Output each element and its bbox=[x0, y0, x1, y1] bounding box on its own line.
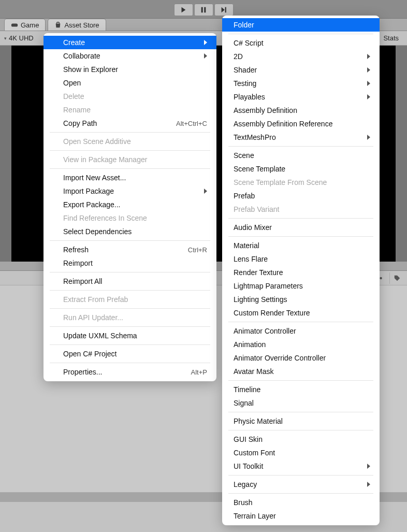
create-menu-item[interactable]: Avatar Mask bbox=[222, 365, 380, 378]
project-menu-item[interactable]: Show in Explorer bbox=[43, 63, 216, 76]
create-menu-item[interactable]: Custom Render Texture bbox=[222, 306, 380, 320]
create-menu-item[interactable]: UI Toolkit bbox=[222, 459, 380, 473]
menu-item-label: 2D bbox=[234, 52, 243, 61]
create-menu-item[interactable]: Animator Controller bbox=[222, 324, 380, 338]
menu-item-label: Scene bbox=[234, 151, 254, 160]
project-menu-item: Rename bbox=[43, 103, 216, 117]
tab-game[interactable]: Game bbox=[4, 19, 46, 31]
menu-shortcut: Alt+Ctrl+C bbox=[176, 120, 207, 127]
create-menu-item[interactable]: Shader bbox=[222, 63, 380, 77]
create-menu-item[interactable]: Render Texture bbox=[222, 266, 380, 279]
create-menu-item[interactable]: Assembly Definition bbox=[222, 104, 380, 117]
menu-item-label: Animator Controller bbox=[234, 327, 296, 335]
menu-item-label: Reimport All bbox=[63, 277, 102, 285]
project-menu-item[interactable]: Export Package... bbox=[43, 198, 216, 211]
project-menu-item[interactable]: Reimport All bbox=[43, 275, 216, 288]
step-button[interactable] bbox=[214, 4, 234, 16]
menu-item-label: Scene Template From Scene bbox=[234, 178, 327, 186]
menu-item-label: Animation bbox=[234, 340, 266, 349]
project-menu-item[interactable]: RefreshCtrl+R bbox=[43, 243, 216, 256]
menu-item-label: Lighting Settings bbox=[234, 295, 287, 304]
create-menu-item[interactable]: Lighting Settings bbox=[222, 293, 380, 306]
create-menu-item[interactable]: Timeline bbox=[222, 383, 380, 396]
project-menu-item[interactable]: Copy PathAlt+Ctrl+C bbox=[43, 117, 216, 130]
separator bbox=[228, 322, 373, 322]
create-menu-item[interactable]: Folder bbox=[222, 18, 380, 32]
menu-item-label: Show in Explorer bbox=[63, 65, 118, 74]
menu-item-label: Create bbox=[63, 38, 85, 47]
separator bbox=[50, 326, 210, 327]
project-menu-item[interactable]: Properties...Alt+P bbox=[43, 365, 216, 379]
create-menu-item[interactable]: Prefab bbox=[222, 189, 380, 203]
pause-button[interactable] bbox=[194, 4, 213, 16]
create-menu-item[interactable]: Animator Override Controller bbox=[222, 351, 380, 365]
project-menu-item[interactable]: Import New Asset... bbox=[43, 171, 216, 184]
separator bbox=[228, 218, 373, 219]
create-menu-item[interactable]: Material bbox=[222, 239, 380, 252]
menu-item-label: Render Texture bbox=[234, 268, 283, 277]
separator bbox=[50, 150, 210, 151]
create-menu-item[interactable]: Lens Flare bbox=[222, 252, 380, 266]
create-menu-item[interactable]: Scene Template bbox=[222, 162, 380, 176]
svg-rect-1 bbox=[201, 7, 203, 12]
chevron-right-icon bbox=[367, 67, 370, 73]
create-menu-item[interactable]: Signal bbox=[222, 396, 380, 410]
tab-assetstore[interactable]: Asset Store bbox=[48, 19, 106, 31]
create-menu-item[interactable]: Animation bbox=[222, 338, 380, 351]
project-menu-item[interactable]: Reimport bbox=[43, 256, 216, 270]
menu-item-label: Select Dependencies bbox=[63, 227, 132, 236]
chevron-right-icon bbox=[367, 135, 370, 140]
menu-item-label: Legacy bbox=[234, 480, 257, 488]
create-menu-item[interactable]: TextMeshPro bbox=[222, 131, 380, 144]
project-menu-item[interactable]: Update UXML Schema bbox=[43, 329, 216, 342]
context-menu-project[interactable]: CreateCollaborateShow in ExplorerOpenDel… bbox=[43, 33, 216, 381]
play-button[interactable] bbox=[174, 4, 193, 16]
menu-item-label: Scene Template bbox=[234, 165, 285, 173]
context-menu-create[interactable]: FolderC# Script2DShaderTestingPlayablesA… bbox=[222, 16, 380, 525]
project-menu-item[interactable]: Import Package bbox=[43, 184, 216, 198]
create-menu-item[interactable]: C# Script bbox=[222, 36, 380, 50]
menu-item-label: Import New Asset... bbox=[63, 174, 126, 182]
chevron-right-icon bbox=[367, 482, 370, 487]
gamepad-icon bbox=[11, 21, 18, 28]
separator bbox=[50, 363, 210, 363]
create-menu-item[interactable]: Custom Font bbox=[222, 446, 380, 459]
create-menu-item[interactable]: Scene bbox=[222, 149, 380, 162]
separator bbox=[228, 475, 373, 476]
create-menu-item[interactable]: GUI Skin bbox=[222, 433, 380, 446]
project-menu-item[interactable]: Open C# Project bbox=[43, 347, 216, 361]
create-menu-item[interactable]: Terrain Layer bbox=[222, 509, 380, 523]
create-menu-item[interactable]: Lightmap Parameters bbox=[222, 279, 380, 293]
project-menu-item[interactable]: Collaborate bbox=[43, 49, 216, 63]
chevron-right-icon bbox=[367, 54, 370, 59]
menu-item-label: UI Toolkit bbox=[234, 462, 263, 470]
project-menu-item[interactable]: Create bbox=[43, 36, 216, 49]
tag-icon[interactable] bbox=[389, 272, 404, 284]
resolution-dropdown[interactable]: 4K UHD bbox=[9, 34, 34, 42]
create-menu-item[interactable]: Playables bbox=[222, 90, 380, 104]
create-menu-item[interactable]: Brush bbox=[222, 496, 380, 509]
separator bbox=[50, 290, 210, 291]
separator bbox=[50, 132, 210, 133]
stats-button[interactable]: Stats bbox=[379, 33, 403, 43]
menu-item-label: Folder bbox=[234, 21, 254, 29]
menu-item-label: Update UXML Schema bbox=[63, 332, 137, 340]
menu-item-label: Animator Override Controller bbox=[234, 354, 326, 362]
project-menu-item[interactable]: Open bbox=[43, 76, 216, 90]
create-menu-item: Prefab Variant bbox=[222, 203, 380, 216]
separator bbox=[228, 430, 373, 430]
create-menu-item[interactable]: Legacy bbox=[222, 478, 380, 491]
svg-point-7 bbox=[380, 277, 382, 279]
menu-item-label: Rename bbox=[63, 106, 91, 114]
create-menu-item[interactable]: Testing bbox=[222, 77, 380, 90]
svg-rect-5 bbox=[11, 23, 18, 26]
tab-label: Asset Store bbox=[64, 21, 99, 29]
create-menu-item[interactable]: Audio Mixer bbox=[222, 221, 380, 234]
create-menu-item[interactable]: Physic Material bbox=[222, 414, 380, 428]
separator bbox=[50, 344, 210, 345]
create-menu-item[interactable]: Assembly Definition Reference bbox=[222, 117, 380, 131]
create-menu-item[interactable]: 2D bbox=[222, 50, 380, 63]
dropdown-arrow-icon[interactable]: ▾ bbox=[4, 36, 7, 41]
project-menu-item[interactable]: Select Dependencies bbox=[43, 225, 216, 238]
separator bbox=[50, 308, 210, 309]
